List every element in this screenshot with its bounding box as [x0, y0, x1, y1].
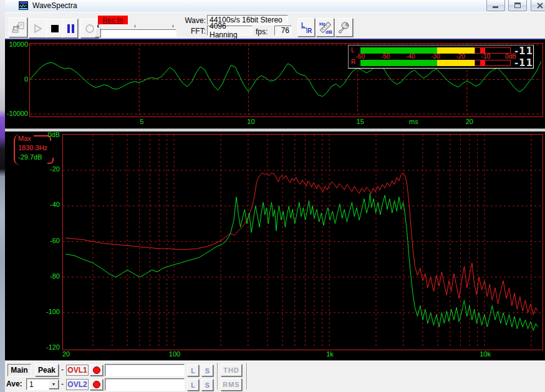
- fps-label: fps:: [256, 27, 268, 36]
- meter-green-segment: [360, 60, 437, 66]
- spectrum-x-tick-label: 20: [58, 350, 74, 358]
- record-to-file-icon: [12, 21, 24, 34]
- ovl1-button[interactable]: OVL1: [66, 365, 89, 376]
- slider-tick: [135, 25, 135, 27]
- meter-right-value: -11: [512, 57, 533, 69]
- meter-red-outline-segment: [485, 60, 511, 66]
- wrench-icon: [338, 21, 350, 34]
- peak-button[interactable]: Peak: [35, 364, 59, 376]
- meter-yellow-segment: [437, 60, 475, 66]
- hz-db-scale-icon: Hz dB: [319, 21, 332, 34]
- play-button[interactable]: [29, 19, 47, 38]
- hz-db-scale-button[interactable]: Hz dB: [316, 18, 334, 37]
- slider-tick: [173, 25, 173, 27]
- meter-scale-label: -30: [427, 53, 445, 60]
- minimize-button[interactable]: [486, 0, 505, 11]
- ovl2-record-button[interactable]: [90, 379, 103, 390]
- fft-label: FFT:: [180, 27, 206, 36]
- spectrum-y-tick-label: -120: [35, 343, 60, 351]
- spectrum-x-tick-label: 100: [166, 350, 183, 358]
- spectrum-x-tick-label: 1k: [322, 350, 338, 358]
- ovl1-save-button[interactable]: S: [201, 365, 213, 376]
- fft-setting-display: 4096 Hanning: [207, 26, 253, 36]
- meter-scale-label: -20: [452, 53, 470, 60]
- window-title: WaveSpectra: [32, 1, 77, 10]
- meter-scale-label: -10: [477, 53, 494, 60]
- pause-button[interactable]: [62, 19, 78, 38]
- pause-icon: [67, 24, 74, 33]
- record-to-file-button[interactable]: [9, 17, 27, 37]
- spectrum-y-tick-label: -40: [35, 201, 60, 208]
- dash-label: -: [61, 365, 64, 374]
- app-icon: [19, 1, 28, 10]
- waveform-y-tick-label: 10000: [3, 41, 28, 48]
- main-button[interactable]: Main: [7, 364, 31, 376]
- maximize-icon: [514, 2, 521, 9]
- stop-icon: [51, 25, 59, 32]
- slider-thumb[interactable]: [95, 28, 101, 37]
- minimize-icon: [493, 2, 499, 8]
- max-level: -29.7dB: [18, 153, 65, 162]
- waveform-panel: 100000-10000 5101520 ms L R -60-50-40-30…: [5, 40, 545, 128]
- ovl2-save-button[interactable]: S: [201, 379, 213, 391]
- record-dot-icon: [93, 381, 100, 388]
- waveform-x-tick-label: 15: [354, 118, 367, 125]
- ovl2-file-field[interactable]: [105, 378, 185, 391]
- slider-track[interactable]: [95, 29, 176, 37]
- ovl1-file-field[interactable]: [105, 364, 185, 376]
- meter-left-value: -11: [512, 45, 533, 57]
- meter-scale-label: -60: [352, 53, 369, 60]
- rms-button[interactable]: RMS: [221, 378, 242, 391]
- ovl2-button[interactable]: OVL2: [66, 379, 89, 390]
- ovl1-record-button[interactable]: [90, 365, 103, 376]
- svg-text:R: R: [307, 27, 312, 34]
- spectrum-y-top-label: 0dB: [35, 131, 60, 138]
- ovl1-load-button[interactable]: L: [187, 365, 199, 376]
- meter-scale-label: -50: [377, 53, 394, 60]
- waveform-y-tick-label: 0: [3, 75, 28, 83]
- waveform-x-tick-label: 20: [463, 118, 476, 125]
- ave-combobox[interactable]: 1 ▼: [26, 378, 60, 390]
- left-channel-trace: [65, 173, 538, 315]
- svg-text:L: L: [301, 22, 305, 29]
- bottombar-separator: [246, 363, 247, 390]
- spectrum-y-tick-label: -20: [35, 165, 60, 173]
- record-dot-icon: [93, 366, 100, 374]
- lr-channel-button[interactable]: L R: [297, 18, 315, 37]
- spectrum-y-tick-label: -80: [35, 272, 60, 280]
- spectrum-panel: Max 1830.3Hz -29.7dB 0dB -20-40-60-80-10…: [5, 131, 545, 360]
- meter-scale: -60-50-40-30-20-100dB: [349, 54, 511, 60]
- svg-text:dB: dB: [326, 29, 332, 34]
- settings-button[interactable]: [335, 18, 353, 37]
- wave-label: Wave:: [180, 16, 206, 25]
- chevron-down-icon: ▼: [52, 382, 56, 386]
- svg-text:Hz: Hz: [319, 21, 326, 27]
- waveform-y-tick-label: -10000: [3, 110, 28, 117]
- bottombar-separator: [217, 363, 218, 390]
- spectrum-plot[interactable]: [62, 134, 543, 350]
- ave-value: 1: [29, 380, 34, 389]
- title-bar[interactable]: WaveSpectra: [5, 0, 545, 12]
- ave-label: Ave:: [6, 380, 22, 388]
- lr-channel-icon: L R: [300, 21, 312, 34]
- thd-button[interactable]: THD: [221, 364, 242, 376]
- waveform-x-tick-label: 10: [244, 118, 257, 125]
- spectrum-x-tick-label: 10k: [477, 350, 493, 358]
- ave-dropdown-button[interactable]: ▼: [49, 380, 59, 389]
- close-icon: [537, 2, 543, 9]
- dash-label: -: [61, 380, 64, 388]
- spectrum-y-tick-label: -100: [35, 308, 60, 315]
- meter-bar-right: [360, 60, 511, 66]
- meter-green-segment: [360, 47, 437, 54]
- ovl2-load-button[interactable]: L: [187, 379, 199, 391]
- maximize-button[interactable]: [508, 0, 527, 11]
- right-channel-trace: [65, 193, 538, 330]
- position-slider[interactable]: [94, 25, 176, 36]
- level-meter: L R -60-50-40-30-20-100dB -11 -11: [348, 45, 534, 69]
- rec-in-status: Rec In: [98, 16, 128, 24]
- waveform-x-unit: ms: [409, 118, 418, 125]
- stop-button[interactable]: [46, 19, 64, 38]
- close-button[interactable]: [531, 0, 545, 11]
- slider-tick: [97, 25, 98, 27]
- background-window-edge: [0, 0, 5, 392]
